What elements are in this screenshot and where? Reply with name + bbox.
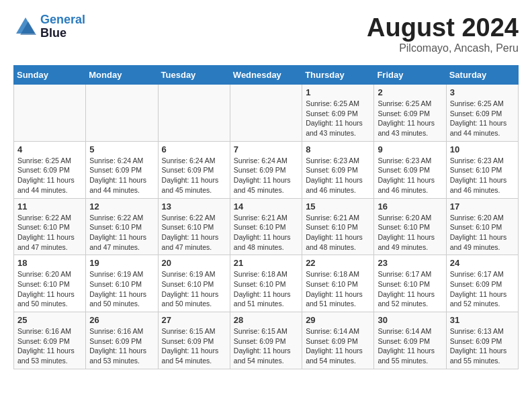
day-number: 10 bbox=[450, 144, 515, 154]
calendar-cell: 5Sunrise: 6:24 AM Sunset: 6:09 PM Daylig… bbox=[86, 141, 158, 198]
day-number: 23 bbox=[378, 258, 442, 268]
calendar-cell bbox=[86, 85, 158, 142]
calendar-cell: 8Sunrise: 6:23 AM Sunset: 6:09 PM Daylig… bbox=[302, 141, 374, 198]
calendar-cell: 28Sunrise: 6:15 AM Sunset: 6:09 PM Dayli… bbox=[230, 312, 302, 369]
day-number: 8 bbox=[306, 144, 370, 154]
day-info: Sunrise: 6:21 AM Sunset: 6:10 PM Dayligh… bbox=[306, 213, 370, 253]
day-number: 29 bbox=[306, 315, 370, 325]
day-number: 14 bbox=[234, 201, 298, 212]
calendar-cell: 21Sunrise: 6:18 AM Sunset: 6:10 PM Dayli… bbox=[230, 255, 302, 312]
day-info: Sunrise: 6:19 AM Sunset: 6:10 PM Dayligh… bbox=[162, 269, 226, 309]
day-info: Sunrise: 6:23 AM Sunset: 6:10 PM Dayligh… bbox=[450, 156, 515, 195]
day-info: Sunrise: 6:15 AM Sunset: 6:09 PM Dayligh… bbox=[234, 326, 298, 366]
day-info: Sunrise: 6:22 AM Sunset: 6:10 PM Dayligh… bbox=[89, 213, 154, 253]
weekday-header: Saturday bbox=[446, 66, 518, 85]
day-info: Sunrise: 6:14 AM Sunset: 6:09 PM Dayligh… bbox=[378, 326, 442, 366]
calendar-cell: 10Sunrise: 6:23 AM Sunset: 6:10 PM Dayli… bbox=[446, 141, 518, 198]
calendar-cell: 18Sunrise: 6:20 AM Sunset: 6:10 PM Dayli… bbox=[14, 255, 86, 312]
weekday-header: Thursday bbox=[302, 66, 374, 85]
page-subtitle: Pilcomayo, Ancash, Peru bbox=[367, 42, 519, 54]
calendar-cell bbox=[230, 85, 302, 142]
day-info: Sunrise: 6:24 AM Sunset: 6:09 PM Dayligh… bbox=[89, 156, 154, 195]
calendar-cell: 6Sunrise: 6:24 AM Sunset: 6:09 PM Daylig… bbox=[158, 141, 230, 198]
day-info: Sunrise: 6:16 AM Sunset: 6:09 PM Dayligh… bbox=[89, 326, 154, 366]
day-number: 15 bbox=[306, 201, 370, 212]
page-title: August 2024 bbox=[367, 13, 519, 42]
weekday-header-row: SundayMondayTuesdayWednesdayThursdayFrid… bbox=[14, 66, 519, 85]
day-number: 13 bbox=[162, 201, 226, 212]
day-number: 9 bbox=[378, 144, 442, 154]
day-number: 12 bbox=[89, 201, 154, 212]
weekday-header: Wednesday bbox=[230, 66, 302, 85]
weekday-header: Monday bbox=[86, 66, 158, 85]
calendar-cell: 13Sunrise: 6:22 AM Sunset: 6:10 PM Dayli… bbox=[158, 198, 230, 255]
day-number: 21 bbox=[234, 258, 298, 268]
calendar-cell: 14Sunrise: 6:21 AM Sunset: 6:10 PM Dayli… bbox=[230, 198, 302, 255]
logo: General Blue bbox=[13, 13, 85, 40]
calendar-cell: 31Sunrise: 6:13 AM Sunset: 6:09 PM Dayli… bbox=[446, 312, 518, 369]
day-info: Sunrise: 6:15 AM Sunset: 6:09 PM Dayligh… bbox=[162, 326, 226, 366]
day-number: 1 bbox=[306, 87, 370, 97]
day-info: Sunrise: 6:25 AM Sunset: 6:09 PM Dayligh… bbox=[17, 156, 82, 195]
day-info: Sunrise: 6:20 AM Sunset: 6:10 PM Dayligh… bbox=[378, 213, 442, 253]
calendar-cell: 7Sunrise: 6:24 AM Sunset: 6:09 PM Daylig… bbox=[230, 141, 302, 198]
day-number: 31 bbox=[450, 315, 515, 325]
weekday-header: Sunday bbox=[14, 66, 86, 85]
calendar-cell: 20Sunrise: 6:19 AM Sunset: 6:10 PM Dayli… bbox=[158, 255, 230, 312]
day-info: Sunrise: 6:25 AM Sunset: 6:09 PM Dayligh… bbox=[378, 99, 442, 138]
day-info: Sunrise: 6:13 AM Sunset: 6:09 PM Dayligh… bbox=[450, 326, 515, 366]
calendar-week-row: 4Sunrise: 6:25 AM Sunset: 6:09 PM Daylig… bbox=[14, 141, 519, 198]
day-number: 20 bbox=[162, 258, 226, 268]
calendar-cell: 26Sunrise: 6:16 AM Sunset: 6:09 PM Dayli… bbox=[86, 312, 158, 369]
day-info: Sunrise: 6:21 AM Sunset: 6:10 PM Dayligh… bbox=[234, 213, 298, 253]
day-info: Sunrise: 6:23 AM Sunset: 6:09 PM Dayligh… bbox=[306, 156, 370, 195]
day-number: 16 bbox=[378, 201, 442, 212]
day-info: Sunrise: 6:18 AM Sunset: 6:10 PM Dayligh… bbox=[234, 269, 298, 309]
day-number: 6 bbox=[162, 144, 226, 154]
calendar-cell: 12Sunrise: 6:22 AM Sunset: 6:10 PM Dayli… bbox=[86, 198, 158, 255]
calendar-week-row: 18Sunrise: 6:20 AM Sunset: 6:10 PM Dayli… bbox=[14, 255, 519, 312]
calendar-cell bbox=[158, 85, 230, 142]
calendar-week-row: 25Sunrise: 6:16 AM Sunset: 6:09 PM Dayli… bbox=[14, 312, 519, 369]
calendar-cell: 15Sunrise: 6:21 AM Sunset: 6:10 PM Dayli… bbox=[302, 198, 374, 255]
calendar-week-row: 1Sunrise: 6:25 AM Sunset: 6:09 PM Daylig… bbox=[14, 85, 519, 142]
page-header: General Blue August 2024 Pilcomayo, Anca… bbox=[13, 13, 519, 54]
day-info: Sunrise: 6:22 AM Sunset: 6:10 PM Dayligh… bbox=[17, 213, 82, 253]
logo-text: General Blue bbox=[40, 13, 85, 40]
calendar-cell: 30Sunrise: 6:14 AM Sunset: 6:09 PM Dayli… bbox=[374, 312, 446, 369]
day-info: Sunrise: 6:19 AM Sunset: 6:10 PM Dayligh… bbox=[89, 269, 154, 309]
day-info: Sunrise: 6:14 AM Sunset: 6:09 PM Dayligh… bbox=[306, 326, 370, 366]
day-number: 26 bbox=[89, 315, 154, 325]
day-info: Sunrise: 6:16 AM Sunset: 6:09 PM Dayligh… bbox=[17, 326, 82, 366]
day-info: Sunrise: 6:25 AM Sunset: 6:09 PM Dayligh… bbox=[450, 99, 515, 138]
calendar-cell: 22Sunrise: 6:18 AM Sunset: 6:10 PM Dayli… bbox=[302, 255, 374, 312]
day-number: 28 bbox=[234, 315, 298, 325]
calendar-cell: 2Sunrise: 6:25 AM Sunset: 6:09 PM Daylig… bbox=[374, 85, 446, 142]
day-info: Sunrise: 6:18 AM Sunset: 6:10 PM Dayligh… bbox=[306, 269, 370, 309]
calendar-cell: 27Sunrise: 6:15 AM Sunset: 6:09 PM Dayli… bbox=[158, 312, 230, 369]
calendar-cell: 23Sunrise: 6:17 AM Sunset: 6:10 PM Dayli… bbox=[374, 255, 446, 312]
calendar-cell: 4Sunrise: 6:25 AM Sunset: 6:09 PM Daylig… bbox=[14, 141, 86, 198]
day-info: Sunrise: 6:23 AM Sunset: 6:09 PM Dayligh… bbox=[378, 156, 442, 195]
day-number: 24 bbox=[450, 258, 515, 268]
day-number: 27 bbox=[162, 315, 226, 325]
day-number: 5 bbox=[89, 144, 154, 154]
day-number: 19 bbox=[89, 258, 154, 268]
calendar-cell: 24Sunrise: 6:17 AM Sunset: 6:09 PM Dayli… bbox=[446, 255, 518, 312]
day-number: 7 bbox=[234, 144, 298, 154]
calendar-cell: 16Sunrise: 6:20 AM Sunset: 6:10 PM Dayli… bbox=[374, 198, 446, 255]
logo-icon bbox=[13, 15, 38, 39]
day-info: Sunrise: 6:17 AM Sunset: 6:10 PM Dayligh… bbox=[378, 269, 442, 309]
day-info: Sunrise: 6:22 AM Sunset: 6:10 PM Dayligh… bbox=[162, 213, 226, 253]
weekday-header: Friday bbox=[374, 66, 446, 85]
calendar-week-row: 11Sunrise: 6:22 AM Sunset: 6:10 PM Dayli… bbox=[14, 198, 519, 255]
calendar-cell: 19Sunrise: 6:19 AM Sunset: 6:10 PM Dayli… bbox=[86, 255, 158, 312]
day-info: Sunrise: 6:24 AM Sunset: 6:09 PM Dayligh… bbox=[162, 156, 226, 195]
day-number: 22 bbox=[306, 258, 370, 268]
day-info: Sunrise: 6:17 AM Sunset: 6:09 PM Dayligh… bbox=[450, 269, 515, 309]
day-number: 3 bbox=[450, 87, 515, 97]
calendar-cell: 25Sunrise: 6:16 AM Sunset: 6:09 PM Dayli… bbox=[14, 312, 86, 369]
day-info: Sunrise: 6:20 AM Sunset: 6:10 PM Dayligh… bbox=[450, 213, 515, 253]
day-info: Sunrise: 6:24 AM Sunset: 6:09 PM Dayligh… bbox=[234, 156, 298, 195]
calendar-cell: 11Sunrise: 6:22 AM Sunset: 6:10 PM Dayli… bbox=[14, 198, 86, 255]
